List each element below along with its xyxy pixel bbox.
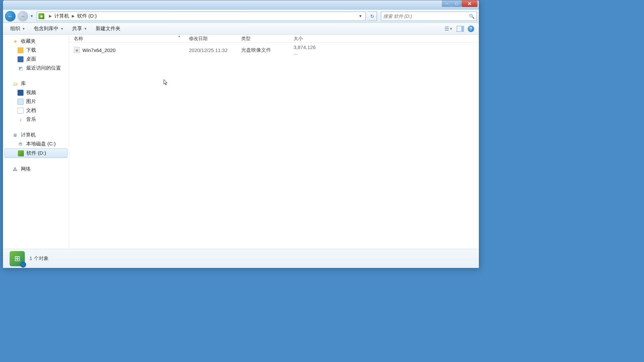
libraries-label: 库 [21,80,26,87]
sidebar-favorites-header[interactable]: ★ 收藏夹 [3,37,69,46]
sidebar: ★ 收藏夹 下载 桌面 ◩ 最近访问的位置 🗂 [3,35,69,249]
sidebar-item-pictures[interactable]: 图片 [3,97,69,106]
sidebar-item-music[interactable]: ♪ 音乐 [3,115,69,124]
sidebar-computer-header[interactable]: 🖥 计算机 [3,130,69,139]
share-button[interactable]: 共享 ▼ [69,24,90,33]
forward-button[interactable]: → [18,11,28,22]
star-icon: ★ [12,38,18,44]
sidebar-item-desktop[interactable]: 桌面 [3,55,69,64]
desktop-icon [18,56,23,62]
sidebar-item-label: 视频 [26,89,36,96]
column-type[interactable]: 类型 [237,36,289,42]
sidebar-item-label: 文档 [26,107,36,114]
sidebar-item-label: 本地磁盘 (C:) [26,141,56,147]
file-list[interactable]: ◉ Win7x64_2020 2020/12/25 11:32 光盘映像文件 3… [69,43,479,249]
sidebar-item-label: 音乐 [26,116,36,123]
computer-label: 计算机 [21,132,36,138]
sidebar-item-documents[interactable]: 文档 [3,106,69,115]
toolbar-right: ☰ ▼ ? [444,25,474,33]
video-icon [18,90,23,96]
chevron-down-icon: ▼ [84,27,87,30]
drive-large-icon: ⊞ [10,251,25,266]
file-row[interactable]: ◉ Win7x64_2020 2020/12/25 11:32 光盘映像文件 3… [69,45,479,55]
search-bar[interactable]: 🔍 [381,12,477,21]
explorer-window: ─ ☐ ✕ ← → ▼ ◉ ▶ 计算机 ▶ 软件 (D:) ▼ ↻ 🔍 组织 ▼… [3,0,479,268]
file-name-cell: ◉ Win7x64_2020 [69,47,184,53]
svg-rect-1 [461,26,464,32]
minimize-button[interactable]: ─ [442,0,452,7]
share-label: 共享 [72,26,82,32]
include-library-button[interactable]: 包含到库中 ▼ [31,24,66,33]
search-icon[interactable]: 🔍 [469,14,475,19]
breadcrumb-drive[interactable]: 软件 (D:) [77,13,97,19]
file-size-cell: 3,874,126 ... [289,44,321,56]
content-area: 名称 ▲ 修改日期 类型 大小 ◉ Win7x64_2020 2020/12/2… [69,35,479,249]
document-icon [18,108,23,114]
sidebar-item-label: 桌面 [26,56,36,62]
sort-indicator-icon: ▲ [178,35,181,38]
chevron-down-icon: ▼ [61,27,64,30]
window-controls: ─ ☐ ✕ [442,0,478,9]
disk-icon: ⛃ [18,141,23,147]
refresh-button[interactable]: ↻ [368,12,377,21]
status-bar: ⊞ 1 个对象 [3,249,479,268]
organize-label: 组织 [10,26,20,32]
sidebar-item-videos[interactable]: 视频 [3,88,69,97]
sidebar-item-label: 图片 [26,98,36,105]
sidebar-network-header[interactable]: 🖧 网络 [3,165,69,174]
network-label: 网络 [21,166,31,172]
title-bar: ─ ☐ ✕ [3,0,479,10]
sidebar-libraries-group: 🗂 库 视频 图片 文档 ♪ 音乐 [3,79,69,124]
address-dropdown[interactable]: ▼ [357,14,364,18]
chevron-right-icon[interactable]: ▶ [72,14,74,18]
chevron-down-icon: ▼ [22,27,25,30]
recent-icon: ◩ [18,65,23,71]
chevron-right-icon[interactable]: ▶ [49,14,52,18]
include-library-label: 包含到库中 [34,26,59,32]
sidebar-favorites-group: ★ 收藏夹 下载 桌面 ◩ 最近访问的位置 [3,37,69,73]
new-folder-label: 新建文件夹 [96,26,120,32]
music-icon: ♪ [18,117,23,123]
network-icon: 🖧 [12,166,18,172]
sidebar-item-label: 下载 [26,47,36,53]
new-folder-button[interactable]: 新建文件夹 [93,24,123,33]
column-name-label: 名称 [74,36,83,41]
status-text: 1 个对象 [29,255,49,262]
view-mode-button[interactable]: ☰ ▼ [444,25,453,33]
search-input[interactable] [383,14,469,19]
breadcrumb-computer[interactable]: 计算机 [54,13,69,19]
sidebar-libraries-header[interactable]: 🗂 库 [3,79,69,88]
sidebar-item-label: 最近访问的位置 [26,65,61,71]
drive-icon [18,150,24,156]
file-name: Win7x64_2020 [82,47,115,53]
toolbar: 组织 ▼ 包含到库中 ▼ 共享 ▼ 新建文件夹 ☰ ▼ ? [3,23,479,35]
sidebar-item-drive-c[interactable]: ⛃ 本地磁盘 (C:) [3,139,69,148]
nav-bar: ← → ▼ ◉ ▶ 计算机 ▶ 软件 (D:) ▼ ↻ 🔍 [3,10,479,23]
drive-icon: ◉ [38,13,44,19]
column-name[interactable]: 名称 ▲ [69,36,184,42]
sidebar-item-label: 软件 (D:) [26,150,46,156]
sidebar-item-recent[interactable]: ◩ 最近访问的位置 [3,64,69,73]
computer-icon: 🖥 [12,132,18,138]
file-type-cell: 光盘映像文件 [237,47,289,53]
chevron-down-icon: ▼ [450,27,453,30]
sidebar-computer-group: 🖥 计算机 ⛃ 本地磁盘 (C:) 软件 (D:) [3,130,69,158]
sidebar-item-downloads[interactable]: 下载 [3,46,69,55]
iso-file-icon: ◉ [74,47,80,53]
library-icon: 🗂 [12,81,18,87]
organize-button[interactable]: 组织 ▼ [8,24,28,33]
nav-history-dropdown[interactable]: ▼ [30,14,35,18]
sidebar-item-drive-d[interactable]: 软件 (D:) [4,148,68,158]
file-date-cell: 2020/12/25 11:32 [184,47,237,53]
preview-pane-button[interactable] [456,25,465,33]
close-button[interactable]: ✕ [462,0,478,7]
help-button[interactable]: ? [468,26,474,32]
sidebar-network-group: 🖧 网络 [3,165,69,174]
maximize-button[interactable]: ☐ [452,0,462,7]
back-button[interactable]: ← [5,11,16,22]
favorites-label: 收藏夹 [21,38,36,44]
column-size[interactable]: 大小 [289,36,321,42]
column-date[interactable]: 修改日期 [184,36,237,42]
column-headers: 名称 ▲ 修改日期 类型 大小 [69,35,479,43]
address-bar[interactable]: ◉ ▶ 计算机 ▶ 软件 (D:) ▼ [37,12,366,21]
